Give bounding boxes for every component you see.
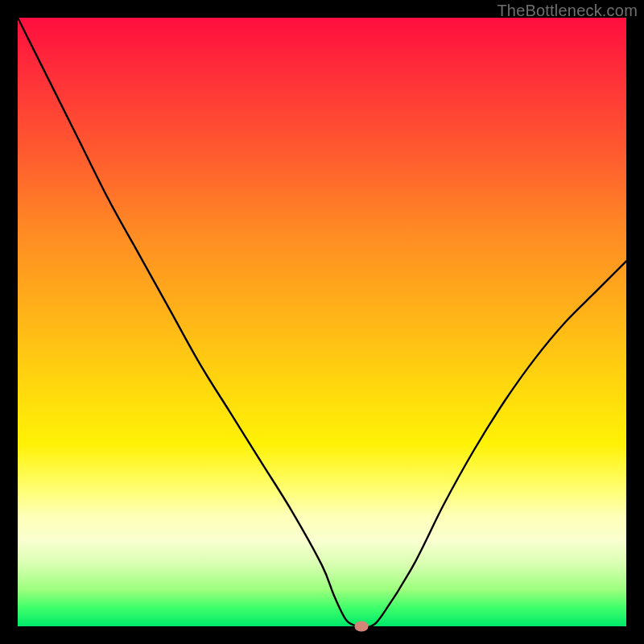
plot-area xyxy=(18,18,626,626)
watermark-text: TheBottleneck.com xyxy=(497,2,638,20)
chart-frame: TheBottleneck.com xyxy=(0,0,644,644)
bottleneck-curve xyxy=(18,18,626,626)
minimum-marker xyxy=(355,621,369,632)
